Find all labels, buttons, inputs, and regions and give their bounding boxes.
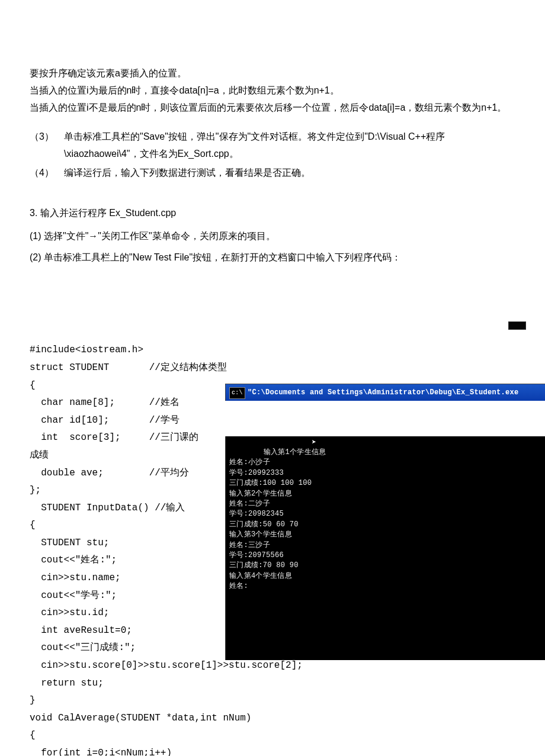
step-2: (2) 单击标准工具栏上的"New Test File"按钮，在新打开的文档窗口…	[30, 249, 515, 266]
window-frame-fragment	[508, 321, 526, 330]
console-output: ➤输入第1个学生信息 姓名:小沙子 学号:20992333 三门成绩:100 1…	[225, 436, 545, 660]
section-3-heading: 3. 输入并运行程序 Ex_Student.cpp	[30, 205, 515, 222]
code-block-wrap: #include<iostream.h> struct STUDENT //定义…	[30, 307, 515, 756]
list-item-4: （4） 编译运行后，输入下列数据进行测试，看看结果是否正确。	[30, 165, 515, 182]
list-content: 单击标准工具栏的"Save"按钮，弹出"保存为"文件对话框。将文件定位到"D:\…	[64, 128, 515, 163]
console-screenshot: c:\"C:\Documents and Settings\Administra…	[225, 331, 545, 695]
intro-p3: 当插入的位置i不是最后的n时，则该位置后面的元素要依次后移一个位置，然后令dat…	[30, 99, 515, 117]
intro-p1: 要按升序确定该元素a要插入的位置。	[30, 65, 515, 82]
list-item-3: （3） 单击标准工具栏的"Save"按钮，弹出"保存为"文件对话框。将文件定位到…	[30, 128, 515, 163]
list-number: （4）	[30, 165, 64, 182]
console-titlebar: c:\"C:\Documents and Settings\Administra…	[225, 384, 545, 401]
command-prompt-icon: c:\	[229, 387, 245, 400]
console-text: 输入第1个学生信息 姓名:小沙子 学号:20992333 三门成绩:100 10…	[229, 448, 326, 590]
document-page: 要按升序确定该元素a要插入的位置。 当插入的位置i为最后的n时，直接令data[…	[0, 65, 545, 756]
step-1: (1) 选择"文件"→"关闭工作区"菜单命令，关闭原来的项目。	[30, 228, 515, 245]
list-number: （3）	[30, 128, 64, 163]
list-content: 编译运行后，输入下列数据进行测试，看看结果是否正确。	[64, 165, 515, 182]
console-title-text: "C:\Documents and Settings\Administrator…	[248, 388, 519, 397]
intro-p2: 当插入的位置i为最后的n时，直接令data[n]=a，此时数组元素个数为n+1。	[30, 82, 515, 99]
cursor-arrow-icon: ➤	[312, 437, 316, 449]
